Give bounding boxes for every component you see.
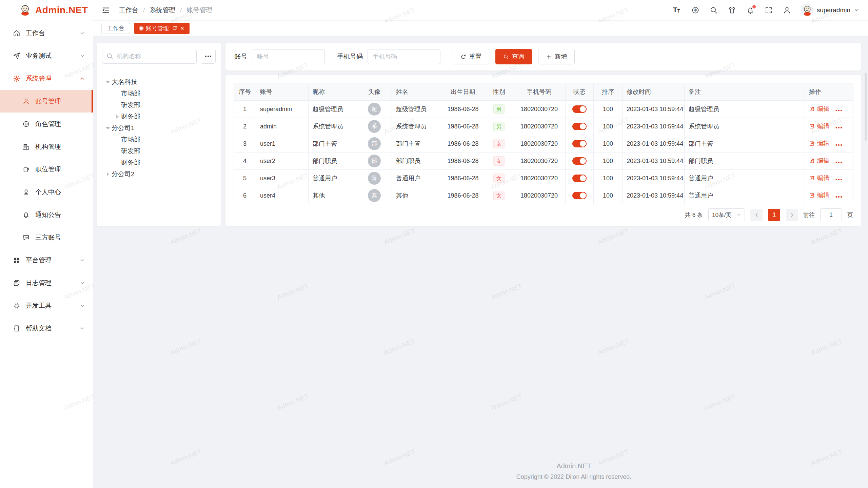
accounts-table: 序号账号昵称头像姓名出生日期性别手机号码状态排序修改时间备注操作 1supera… [234, 83, 853, 204]
org-more-button[interactable] [201, 49, 216, 64]
refresh-tab-icon[interactable] [172, 25, 177, 31]
goto-page-input[interactable] [820, 208, 842, 221]
sidebar-item-label: 工作台 [26, 29, 79, 38]
search-icon[interactable] [710, 6, 718, 14]
more-actions-button[interactable]: ••• [835, 177, 843, 182]
sidebar-item-dev-tools[interactable]: 开发工具 [0, 294, 93, 317]
status-toggle[interactable] [572, 175, 587, 182]
sidebar-item-profile[interactable]: 个人中心 [0, 181, 93, 203]
tab-workbench[interactable]: 工作台 [101, 23, 130, 34]
status-toggle[interactable] [572, 105, 587, 113]
sidebar-item-workbench[interactable]: 工作台 [0, 22, 93, 44]
sidebar-item-account[interactable]: 账号管理 [0, 90, 93, 113]
status-toggle[interactable] [572, 157, 587, 165]
edit-button[interactable]: 编辑 [809, 191, 829, 199]
search-icon [503, 54, 509, 60]
theme-icon[interactable] [728, 6, 736, 14]
org-icon [22, 143, 30, 150]
status-toggle[interactable] [572, 192, 587, 199]
close-tab-icon[interactable]: × [180, 25, 184, 32]
tree-node[interactable]: 研发部 [99, 145, 218, 157]
sidebar-item-label: 通知公告 [35, 210, 85, 219]
chevron-down-icon [79, 325, 85, 331]
table-row: 6user4其他其其他1986-06-28女180200307201002023… [234, 187, 853, 204]
row-avatar: 其 [368, 189, 381, 202]
sidebar-item-org[interactable]: 机构管理 [0, 135, 93, 158]
column-header: 账号 [256, 83, 309, 101]
sidebar-item-role[interactable]: 角色管理 [0, 113, 93, 135]
org-search-input[interactable] [102, 49, 197, 64]
tree-node[interactable]: 市场部 [99, 88, 218, 99]
total-count: 共 6 条 [685, 211, 703, 219]
tree-node[interactable]: 市场部 [99, 134, 218, 145]
more-actions-button[interactable]: ••• [835, 107, 843, 113]
page-footer: Admin.NET Copyright © 2022 Dilon All rig… [186, 462, 868, 481]
query-button[interactable]: 查询 [495, 49, 532, 64]
collapse-menu-icon[interactable] [101, 6, 110, 15]
next-page-button[interactable] [786, 209, 798, 221]
edit-button[interactable]: 编辑 [809, 157, 829, 165]
tree-node[interactable]: 分公司1 [99, 122, 218, 134]
status-toggle[interactable] [572, 123, 587, 130]
org-tree: 大名科技市场部研发部财务部分公司1市场部研发部财务部分公司2 [97, 70, 221, 186]
page-unit-label: 页 [847, 211, 853, 219]
app-logo[interactable]: Admin.NET [0, 0, 93, 20]
phone-filter-input[interactable] [368, 49, 440, 64]
breadcrumb-item[interactable]: 系统管理 [150, 6, 175, 15]
org-tree-header [97, 43, 221, 70]
prev-page-button[interactable] [750, 209, 763, 221]
column-header: 状态 [566, 83, 594, 101]
sidebar-item-system[interactable]: 系统管理 [0, 67, 93, 90]
page-size-select[interactable]: 10条/页 [708, 208, 745, 221]
caret-right-icon[interactable] [104, 170, 112, 178]
breadcrumb-item[interactable]: 工作台 [119, 6, 138, 15]
tree-node[interactable]: 研发部 [99, 99, 218, 111]
sidebar-item-help-docs[interactable]: 帮助文档 [0, 317, 93, 340]
app-name: Admin.NET [35, 5, 88, 16]
tree-node-label: 财务部 [121, 158, 140, 167]
sidebar-item-biz-test[interactable]: 业务测试 [0, 44, 93, 67]
status-toggle[interactable] [572, 140, 587, 147]
account-filter-input[interactable] [252, 49, 325, 64]
sidebar-item-label: 日志管理 [26, 279, 79, 287]
column-header: 昵称 [309, 83, 357, 101]
add-button[interactable]: 新增 [538, 49, 575, 64]
edit-button[interactable]: 编辑 [809, 139, 829, 147]
chevron-down-icon [79, 280, 85, 286]
edit-button[interactable]: 编辑 [809, 174, 829, 182]
caret-down-icon[interactable] [104, 124, 112, 132]
more-actions-button[interactable]: ••• [835, 159, 843, 165]
edit-button[interactable]: 编辑 [809, 122, 829, 130]
sidebar-item-logs[interactable]: 日志管理 [0, 271, 93, 294]
fullscreen-icon[interactable] [765, 6, 773, 14]
more-actions-button[interactable]: ••• [835, 142, 843, 148]
role-icon [22, 120, 30, 128]
tab-account-management[interactable]: 账号管理 × [134, 23, 190, 34]
more-actions-button[interactable]: ••• [835, 194, 843, 200]
sidebar-item-position[interactable]: 职位管理 [0, 158, 93, 181]
scrollbar-thumb[interactable] [865, 73, 867, 141]
user-icon[interactable] [783, 6, 791, 14]
tree-node-label: 财务部 [121, 112, 140, 121]
tree-node[interactable]: 财务部 [99, 157, 218, 168]
language-icon[interactable]: 中 [691, 6, 699, 14]
reset-button[interactable]: 重置 [453, 49, 489, 64]
sidebar-item-third-party[interactable]: 三方账号 [0, 226, 93, 249]
user-menu[interactable]: superadmin [801, 4, 859, 16]
font-size-icon[interactable]: TT [673, 6, 681, 14]
notification-icon[interactable] [746, 6, 754, 14]
tree-node[interactable]: 大名科技 [99, 76, 218, 88]
more-actions-button[interactable]: ••• [835, 125, 843, 130]
tree-node[interactable]: 分公司2 [99, 168, 218, 180]
caret-right-icon[interactable] [114, 113, 121, 120]
page-number-1[interactable]: 1 [768, 209, 780, 221]
tree-node[interactable]: 财务部 [99, 111, 218, 122]
sidebar-item-label: 业务测试 [26, 52, 79, 60]
plus-icon [546, 54, 552, 60]
sidebar-item-notice[interactable]: 通知公告 [0, 203, 93, 226]
caret-down-icon[interactable] [104, 78, 112, 86]
sidebar-item-platform[interactable]: 平台管理 [0, 249, 93, 271]
chevron-down-icon [79, 30, 85, 36]
edit-button[interactable]: 编辑 [809, 105, 829, 113]
sidebar-item-label: 三方账号 [35, 233, 85, 242]
